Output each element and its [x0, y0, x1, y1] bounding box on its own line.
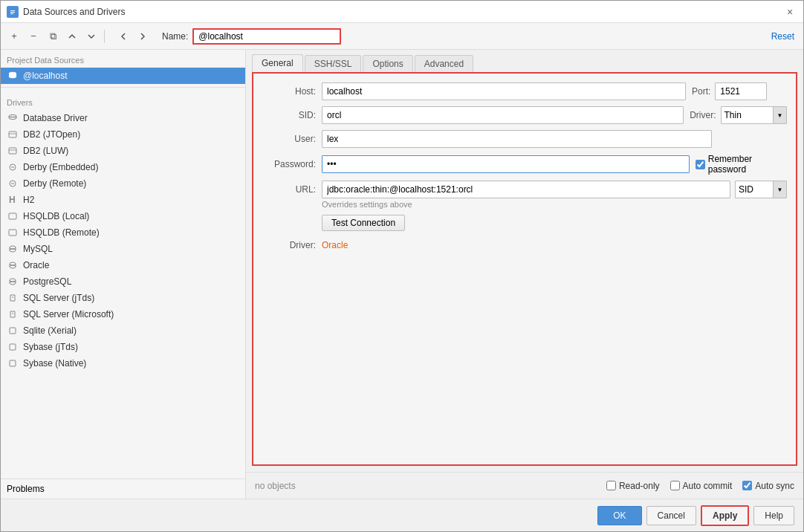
sid-input[interactable]: [322, 106, 684, 124]
localhost-item-label: @localhost: [23, 71, 68, 81]
read-only-checkbox[interactable]: Read-only: [606, 481, 660, 491]
help-button[interactable]: Help: [753, 506, 794, 525]
svg-point-30: [10, 265, 16, 268]
move-up-button[interactable]: [63, 27, 81, 45]
driver-item-sybase-native[interactable]: Sybase (Native): [1, 355, 245, 372]
h2-icon: H: [7, 194, 19, 206]
derby-embedded-icon: [7, 161, 19, 173]
driver-item-sql-server-microsoft[interactable]: SQL Server (Microsoft): [1, 306, 245, 322]
svg-rect-38: [10, 344, 16, 350]
url-type-value: SID: [736, 184, 773, 195]
sybase-jtds-label: Sybase (jTds): [23, 342, 78, 352]
database-driver-icon: [7, 112, 19, 124]
db2-luw-icon: [7, 145, 19, 157]
driver-item-mysql[interactable]: MySQL: [1, 241, 245, 257]
driver-item-oracle[interactable]: Oracle: [1, 257, 245, 273]
auto-sync-checkbox[interactable]: Auto sync: [742, 481, 794, 491]
driver-item-database-driver[interactable]: Database Driver: [1, 110, 245, 126]
svg-rect-22: [9, 230, 16, 236]
derby-remote-icon: [7, 178, 19, 189]
mysql-label: MySQL: [23, 244, 53, 254]
database-driver-label: Database Driver: [23, 113, 88, 123]
toolbar-separator: [104, 30, 105, 43]
name-input[interactable]: [192, 28, 341, 45]
back-button[interactable]: [114, 27, 132, 45]
app-icon: [7, 6, 19, 18]
driver-item-sybase-jtds[interactable]: Sybase (jTds): [1, 339, 245, 355]
hsqldb-local-label: HSQLDB (Local): [23, 211, 89, 221]
driver-info-row: Driver: Oracle: [262, 240, 787, 250]
hsqldb-local-icon: [7, 210, 19, 222]
sid-row: SID: Driver: Thin ▼: [262, 106, 787, 124]
sidebar-item-localhost[interactable]: @localhost: [1, 68, 245, 84]
driver-item-postgresql[interactable]: PostgreSQL: [1, 273, 245, 290]
driver-dropdown-arrow[interactable]: ▼: [773, 107, 786, 123]
driver-item-derby-embedded[interactable]: Derby (Embedded): [1, 159, 245, 175]
driver-select-label: Driver:: [690, 110, 716, 120]
test-connection-row: Test Connection: [262, 215, 787, 231]
port-input[interactable]: [715, 82, 767, 100]
driver-item-sqlite-xerial[interactable]: Sqlite (Xerial): [1, 322, 245, 339]
tabs-bar: General SSH/SSL Options Advanced: [246, 50, 803, 72]
bottom-bar: no objects Read-only Auto commit Auto sy…: [246, 472, 803, 499]
apply-button[interactable]: Apply: [701, 505, 749, 526]
problems-label: Problems: [7, 484, 45, 494]
move-down-button[interactable]: [82, 27, 100, 45]
close-button[interactable]: ×: [782, 4, 797, 19]
auto-sync-check[interactable]: [742, 481, 752, 490]
problems-section: Problems: [1, 479, 245, 499]
bottom-checkbox-group: Read-only Auto commit Auto sync: [606, 481, 794, 491]
driver-item-h2[interactable]: H H2: [1, 192, 245, 208]
read-only-check[interactable]: [606, 481, 616, 490]
url-input[interactable]: [322, 181, 730, 198]
driver-item-db2-luw[interactable]: DB2 (LUW): [1, 143, 245, 159]
host-input[interactable]: [322, 82, 686, 100]
cancel-button[interactable]: Cancel: [646, 506, 696, 525]
driver-item-hsqldb-local[interactable]: HSQLDB (Local): [1, 208, 245, 224]
sqlite-xerial-icon: [7, 325, 19, 337]
auto-commit-check[interactable]: [670, 481, 680, 490]
svg-point-6: [9, 75, 16, 78]
driver-item-sql-server-jtds[interactable]: SQL Server (jTds): [1, 290, 245, 306]
toolbar-nav: [114, 27, 152, 45]
tab-sshssl[interactable]: SSH/SSL: [305, 55, 362, 72]
svg-point-26: [10, 249, 16, 252]
project-data-sources-title: Project Data Sources: [1, 50, 245, 68]
password-row: Password: Remember password: [262, 154, 787, 175]
test-connection-button[interactable]: Test Connection: [322, 215, 405, 231]
url-type-select[interactable]: SID ▼: [735, 181, 787, 198]
forward-button[interactable]: [134, 27, 152, 45]
driver-select[interactable]: Thin ▼: [721, 106, 787, 124]
tab-general[interactable]: General: [252, 54, 303, 72]
sql-server-microsoft-icon: [7, 308, 19, 320]
sql-server-jtds-icon: [7, 292, 19, 304]
copy-button[interactable]: ⧉: [44, 27, 62, 45]
driver-item-derby-remote[interactable]: Derby (Remote): [1, 175, 245, 192]
driver-item-hsqldb-remote[interactable]: HSQLDB (Remote): [1, 224, 245, 241]
tab-options[interactable]: Options: [363, 55, 412, 72]
password-input[interactable]: [322, 155, 690, 173]
host-row: Host: Port:: [262, 82, 787, 100]
auto-commit-checkbox[interactable]: Auto commit: [670, 481, 733, 491]
add-button[interactable]: +: [5, 27, 23, 45]
titlebar: Data Sources and Drivers ×: [1, 1, 803, 23]
driver-info-value[interactable]: Oracle: [322, 240, 348, 250]
tab-advanced[interactable]: Advanced: [415, 55, 473, 72]
no-objects-text: no objects: [255, 481, 296, 491]
sybase-jtds-icon: [7, 341, 19, 353]
ok-button[interactable]: OK: [597, 506, 641, 525]
remove-button[interactable]: −: [25, 27, 42, 45]
svg-rect-3: [10, 13, 13, 14]
user-label: User:: [262, 134, 322, 144]
h2-label: H2: [23, 195, 34, 205]
url-type-dropdown-arrow[interactable]: ▼: [773, 181, 786, 198]
driver-item-db2-jtopen[interactable]: DB2 (JTOpen): [1, 126, 245, 143]
user-input[interactable]: [322, 130, 712, 148]
db2-jtopen-label: DB2 (JTOpen): [23, 129, 80, 140]
remember-password-check[interactable]: [696, 160, 705, 169]
name-label: Name:: [162, 31, 188, 42]
user-row: User:: [262, 130, 787, 148]
remember-password-checkbox[interactable]: Remember password: [696, 154, 787, 175]
reset-button[interactable]: Reset: [771, 31, 794, 42]
svg-rect-14: [9, 148, 16, 154]
